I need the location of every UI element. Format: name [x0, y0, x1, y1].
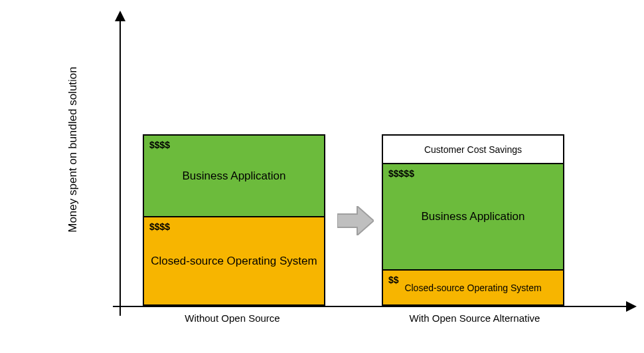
- y-axis-label: Money spent on bundled solution: [66, 66, 80, 233]
- x-category-left: Without Open Source: [126, 312, 339, 324]
- seg-os-closed-right: $$ Closed-source Operating System: [382, 269, 564, 306]
- cost-badge: $$$$: [149, 221, 170, 232]
- seg-label: Business Application: [383, 209, 563, 225]
- seg-os-closed-left: $$$$ Closed-source Operating System: [143, 216, 325, 306]
- x-axis: [113, 306, 627, 307]
- seg-cost-savings: Customer Cost Savings: [382, 134, 564, 163]
- bar-with-open-source-alt: $$ Closed-source Operating System $$$$$ …: [382, 134, 564, 306]
- cost-badge: $$$$$: [388, 168, 414, 179]
- seg-business-app-left: $$$$ Business Application: [143, 134, 325, 216]
- y-axis: [120, 20, 121, 316]
- x-category-right: With Open Source Alternative: [368, 312, 581, 324]
- diagram-root: Money spent on bundled solution $$$$ Clo…: [0, 0, 644, 353]
- seg-label: Customer Cost Savings: [383, 143, 563, 156]
- seg-label: Closed-source Operating System: [144, 253, 324, 269]
- bar-without-open-source: $$$$ Closed-source Operating System $$$$…: [143, 134, 325, 306]
- seg-label: Closed-source Operating System: [383, 281, 563, 294]
- cost-badge: $$$$: [149, 140, 170, 150]
- svg-marker-0: [337, 206, 374, 235]
- seg-label: Business Application: [144, 168, 324, 183]
- arrow-icon: [337, 206, 374, 238]
- seg-business-app-right: $$$$$ Business Application: [382, 163, 564, 269]
